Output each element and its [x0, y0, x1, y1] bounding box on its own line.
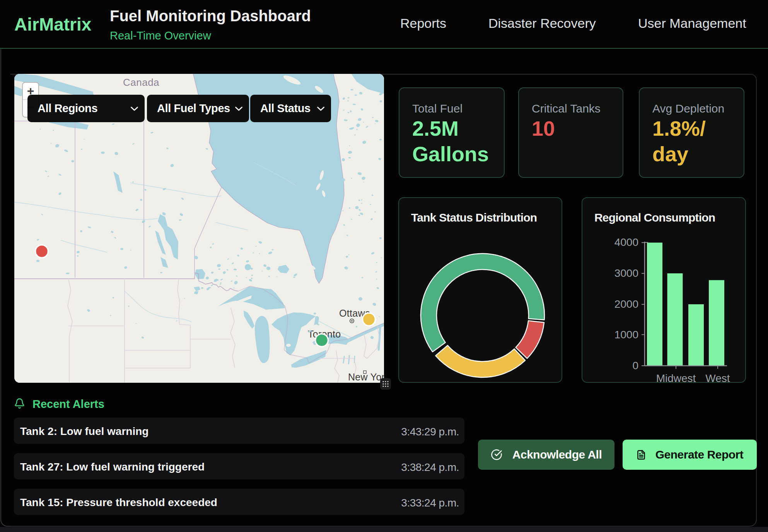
svg-text:2000: 2000 — [614, 298, 638, 310]
svg-text:3000: 3000 — [614, 267, 638, 279]
svg-text:West: West — [705, 372, 730, 383]
svg-text:Midwest: Midwest — [656, 372, 696, 383]
svg-text:4000: 4000 — [614, 236, 638, 248]
svg-text:Canada: Canada — [123, 77, 159, 88]
svg-text:1000: 1000 — [614, 329, 638, 341]
svg-text:0: 0 — [632, 360, 638, 372]
